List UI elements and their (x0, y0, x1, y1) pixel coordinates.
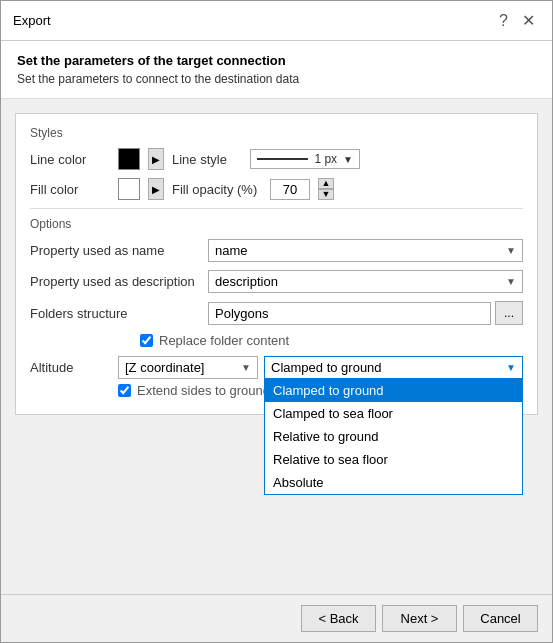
replace-folder-row: Replace folder content (140, 333, 523, 348)
title-bar-icons: ? ✕ (494, 9, 540, 32)
settings-panel: Styles Line color ▶ Line style 1 px ▼ Fi… (15, 113, 538, 415)
line-color-label: Line color (30, 152, 110, 167)
altitude-option-4[interactable]: Absolute (265, 471, 522, 494)
fill-color-arrow[interactable]: ▶ (148, 178, 164, 200)
folders-input[interactable]: Polygons (208, 302, 491, 325)
styles-divider (30, 208, 523, 209)
altitude-label: Altitude (30, 356, 110, 375)
export-dialog: Export ? ✕ Set the parameters of the tar… (0, 0, 553, 643)
altitude-mode-trigger[interactable]: Clamped to ground ▼ (264, 356, 523, 379)
altitude-mode-value: Clamped to ground (271, 360, 382, 375)
close-icon[interactable]: ✕ (517, 9, 540, 32)
altitude-controls: [Z coordinate] ▼ Clamped to ground ▼ Cla… (118, 356, 523, 398)
fill-opacity-spinners: ▲ ▼ (318, 178, 334, 200)
altitude-row: Altitude [Z coordinate] ▼ Clamped to gro… (30, 356, 523, 398)
z-coordinate-select[interactable]: [Z coordinate] ▼ (118, 356, 258, 379)
property-name-arrow-icon: ▼ (506, 245, 516, 256)
folder-input-row: Polygons ... (208, 301, 523, 325)
footer: < Back Next > Cancel (1, 594, 552, 642)
spin-up-btn[interactable]: ▲ (318, 178, 334, 189)
property-desc-row: Property used as description description… (30, 270, 523, 293)
dialog-title: Export (13, 13, 51, 28)
back-button[interactable]: < Back (301, 605, 376, 632)
styles-label: Styles (30, 126, 523, 140)
fill-color-label: Fill color (30, 182, 110, 197)
browse-button[interactable]: ... (495, 301, 523, 325)
main-content: Styles Line color ▶ Line style 1 px ▼ Fi… (1, 99, 552, 594)
fill-color-box[interactable] (118, 178, 140, 200)
z-coord-value: [Z coordinate] (125, 360, 205, 375)
line-style-label: Line style (172, 152, 242, 167)
property-desc-value: description (215, 274, 278, 289)
property-name-row: Property used as name name ▼ (30, 239, 523, 262)
spin-down-btn[interactable]: ▼ (318, 189, 334, 200)
line-style-arrow-icon: ▼ (343, 154, 353, 165)
property-name-label: Property used as name (30, 243, 200, 258)
header-title: Set the parameters of the target connect… (17, 53, 536, 68)
property-desc-select[interactable]: description ▼ (208, 270, 523, 293)
folders-label: Folders structure (30, 306, 200, 321)
cancel-button[interactable]: Cancel (463, 605, 538, 632)
line-style-select[interactable]: 1 px ▼ (250, 149, 360, 169)
help-icon[interactable]: ? (494, 10, 513, 32)
altitude-option-2[interactable]: Relative to ground (265, 425, 522, 448)
altitude-dropdowns: [Z coordinate] ▼ Clamped to ground ▼ Cla… (118, 356, 523, 379)
z-coord-arrow-icon: ▼ (241, 362, 251, 373)
line-color-arrow[interactable]: ▶ (148, 148, 164, 170)
line-preview (257, 158, 308, 160)
property-name-value: name (215, 243, 248, 258)
fill-opacity-input[interactable]: 70 (270, 179, 310, 200)
altitude-option-3[interactable]: Relative to sea floor (265, 448, 522, 471)
folders-row: Folders structure Polygons ... (30, 301, 523, 325)
fill-color-row: Fill color ▶ Fill opacity (%) 70 ▲ ▼ (30, 178, 523, 200)
replace-folder-label: Replace folder content (159, 333, 289, 348)
altitude-mode-dropdown[interactable]: Clamped to ground ▼ Clamped to ground Cl… (264, 356, 523, 379)
property-name-select[interactable]: name ▼ (208, 239, 523, 262)
header-subtitle: Set the parameters to connect to the des… (17, 72, 536, 86)
replace-folder-checkbox[interactable] (140, 334, 153, 347)
property-desc-arrow-icon: ▼ (506, 276, 516, 287)
header-section: Set the parameters of the target connect… (1, 41, 552, 99)
altitude-mode-list: Clamped to ground Clamped to sea floor R… (264, 379, 523, 495)
next-button[interactable]: Next > (382, 605, 457, 632)
options-label: Options (30, 217, 523, 231)
line-px-label: 1 px (314, 152, 337, 166)
altitude-option-0[interactable]: Clamped to ground (265, 379, 522, 402)
property-desc-label: Property used as description (30, 274, 200, 289)
fill-opacity-label: Fill opacity (%) (172, 182, 262, 197)
altitude-mode-arrow-icon: ▼ (506, 362, 516, 373)
line-color-row: Line color ▶ Line style 1 px ▼ (30, 148, 523, 170)
title-bar: Export ? ✕ (1, 1, 552, 41)
extend-sides-label: Extend sides to ground (137, 383, 270, 398)
altitude-option-1[interactable]: Clamped to sea floor (265, 402, 522, 425)
line-color-box[interactable] (118, 148, 140, 170)
extend-sides-checkbox[interactable] (118, 384, 131, 397)
